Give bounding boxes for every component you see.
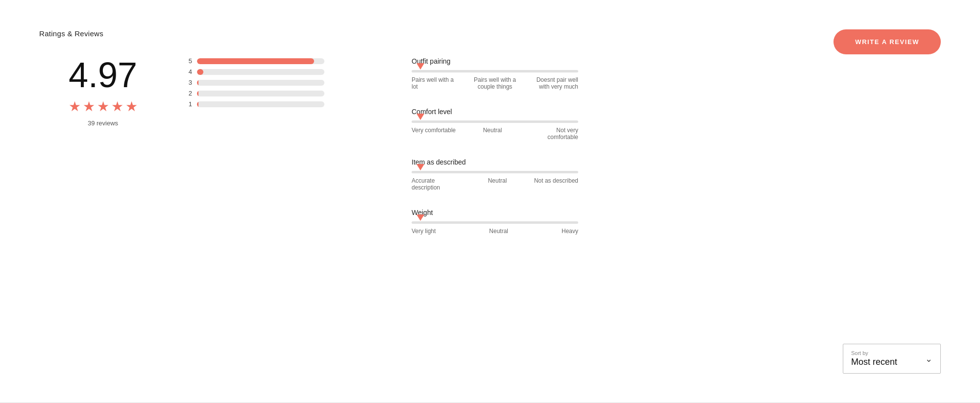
bar-label-2: 2	[186, 90, 192, 97]
slider-track-item-as-described	[412, 171, 578, 173]
bar-row-3: 3	[186, 79, 343, 86]
slider-label-item-as-described-1: Neutral	[488, 177, 507, 191]
sort-value: Most recent	[851, 357, 931, 367]
sort-container: Sort by Most recent ⌄	[843, 344, 941, 374]
slider-labels-outfit-pairing: Pairs well with a lotPairs well with a c…	[412, 76, 578, 90]
bar-label-5: 5	[186, 57, 192, 65]
bar-label-3: 3	[186, 79, 192, 86]
section-title: Ratings & Reviews	[39, 29, 941, 38]
attribute-block-comfort-level: Comfort levelVery comfortableNeutralNot …	[412, 108, 941, 141]
slider-label-outfit-pairing-0: Pairs well with a lot	[412, 76, 461, 90]
slider-labels-item-as-described: Accurate descriptionNeutralNot as descri…	[412, 177, 578, 191]
attributes-section: Outfit pairingPairs well with a lotPairs…	[382, 57, 941, 252]
slider-label-comfort-level-1: Neutral	[483, 127, 502, 141]
star-1: ★	[69, 98, 81, 115]
attribute-title-comfort-level: Comfort level	[412, 108, 941, 116]
star-4: ★	[111, 98, 123, 115]
rating-score: 4.97	[69, 57, 137, 93]
bar-track-2	[197, 91, 324, 96]
slider-label-item-as-described-2: Not as described	[534, 177, 578, 191]
review-count: 39 reviews	[88, 119, 118, 127]
bar-track-5	[197, 58, 324, 64]
write-review-button[interactable]: WRITE A REVIEW	[833, 29, 941, 54]
bar-fill-2	[197, 91, 198, 96]
bar-row-5: 5	[186, 57, 343, 65]
bar-fill-1	[197, 101, 198, 107]
right-panel: WRITE A REVIEW	[833, 29, 941, 54]
bar-row-4: 4	[186, 68, 343, 75]
star-2: ★	[83, 98, 95, 115]
bar-row-2: 2	[186, 90, 343, 97]
bar-label-1: 1	[186, 100, 192, 108]
stars-row: ★ ★ ★ ★ ★	[69, 98, 138, 115]
bar-fill-3	[197, 80, 198, 86]
slider-labels-weight: Very lightNeutralHeavy	[412, 228, 578, 235]
sort-box[interactable]: Sort by Most recent ⌄	[843, 344, 941, 374]
slider-label-outfit-pairing-2: Doesnt pair well with very much	[529, 76, 578, 90]
slider-label-outfit-pairing-1: Pairs well with a couple things	[470, 76, 519, 90]
slider-indicator-outfit-pairing	[416, 63, 424, 70]
slider-label-weight-1: Neutral	[489, 228, 508, 235]
slider-indicator-weight	[416, 214, 424, 221]
bar-label-4: 4	[186, 68, 192, 75]
star-5: ★	[125, 98, 138, 115]
slider-label-weight-2: Heavy	[562, 228, 578, 235]
bar-chart: 54321	[186, 57, 343, 108]
slider-label-weight-0: Very light	[412, 228, 436, 235]
slider-container-outfit-pairing: Pairs well with a lotPairs well with a c…	[412, 70, 578, 90]
slider-track-comfort-level	[412, 120, 578, 123]
slider-track-outfit-pairing	[412, 70, 578, 72]
slider-indicator-comfort-level	[416, 114, 424, 120]
attribute-block-weight: WeightVery lightNeutralHeavy	[412, 209, 941, 235]
star-3: ★	[97, 98, 109, 115]
slider-container-comfort-level: Very comfortableNeutralNot very comforta…	[412, 120, 578, 141]
attribute-title-weight: Weight	[412, 209, 941, 216]
bar-track-3	[197, 80, 324, 86]
slider-container-item-as-described: Accurate descriptionNeutralNot as descri…	[412, 171, 578, 191]
chevron-down-icon: ⌄	[925, 354, 932, 364]
bar-row-1: 1	[186, 100, 343, 108]
slider-label-item-as-described-0: Accurate description	[412, 177, 461, 191]
attribute-title-outfit-pairing: Outfit pairing	[412, 57, 941, 65]
sort-label: Sort by	[851, 350, 931, 356]
rating-summary: 4.97 ★ ★ ★ ★ ★ 39 reviews	[39, 57, 167, 127]
attribute-block-item-as-described: Item as describedAccurate descriptionNeu…	[412, 158, 941, 191]
page-container: Ratings & Reviews 4.97 ★ ★ ★ ★ ★ 39 revi…	[0, 0, 980, 403]
slider-track-weight	[412, 221, 578, 224]
bar-fill-5	[197, 58, 314, 64]
slider-label-comfort-level-0: Very comfortable	[412, 127, 456, 141]
bar-fill-4	[197, 69, 203, 75]
slider-label-comfort-level-2: Not very comfortable	[529, 127, 578, 141]
slider-indicator-item-as-described	[416, 164, 424, 170]
slider-labels-comfort-level: Very comfortableNeutralNot very comforta…	[412, 127, 578, 141]
slider-container-weight: Very lightNeutralHeavy	[412, 221, 578, 235]
left-section: 4.97 ★ ★ ★ ★ ★ 39 reviews 54321	[39, 57, 343, 127]
attribute-title-item-as-described: Item as described	[412, 158, 941, 166]
attribute-block-outfit-pairing: Outfit pairingPairs well with a lotPairs…	[412, 57, 941, 90]
bar-track-1	[197, 101, 324, 107]
main-content: 4.97 ★ ★ ★ ★ ★ 39 reviews 54321 Outfit p…	[39, 57, 941, 252]
bar-track-4	[197, 69, 324, 75]
